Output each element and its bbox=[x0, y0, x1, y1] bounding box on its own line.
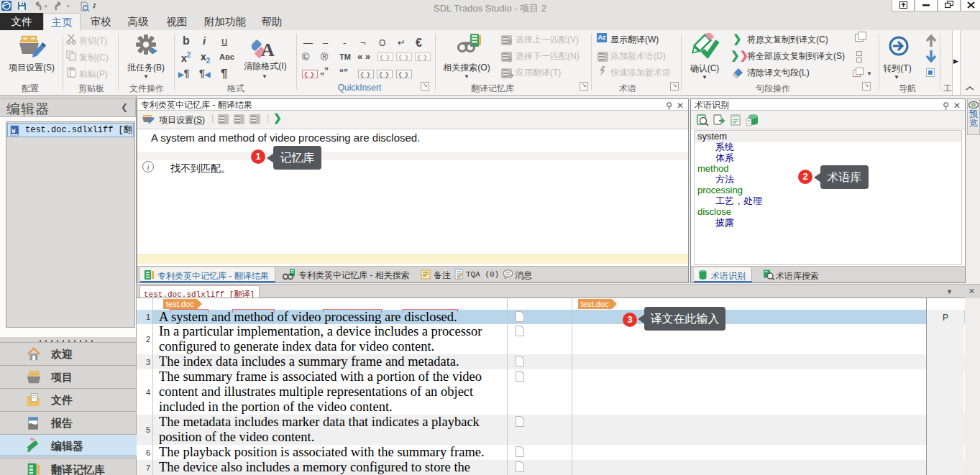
svg-text:A: A bbox=[261, 40, 275, 59]
svg-text:W: W bbox=[12, 128, 16, 135]
